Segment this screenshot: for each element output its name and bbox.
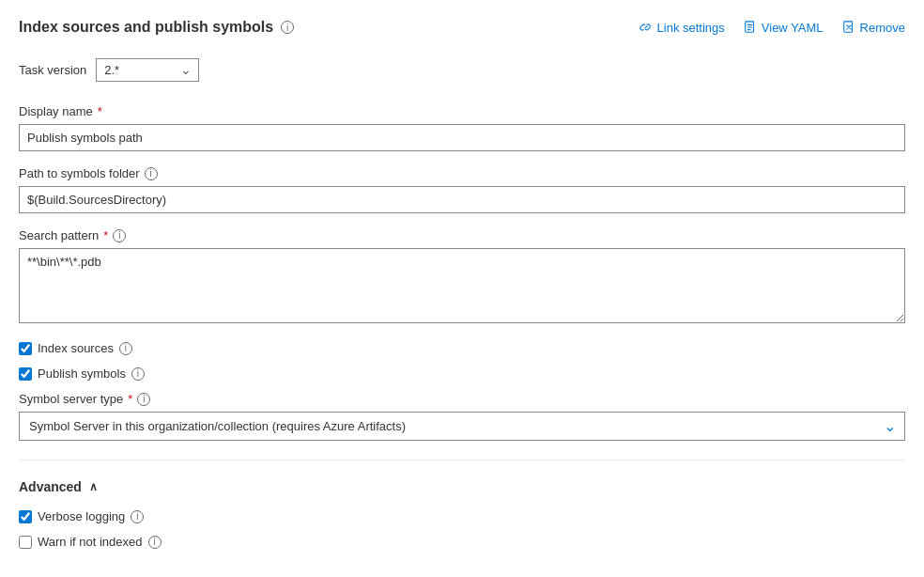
advanced-label: Advanced bbox=[19, 479, 82, 494]
search-pattern-label: Search pattern bbox=[19, 228, 99, 242]
symbol-server-type-label: Symbol server type bbox=[19, 392, 123, 406]
display-name-input[interactable] bbox=[19, 124, 905, 151]
section-divider bbox=[19, 460, 905, 460]
yaml-icon bbox=[744, 21, 757, 34]
link-settings-btn[interactable]: Link settings bbox=[639, 21, 725, 35]
advanced-chevron-icon: ∧ bbox=[89, 480, 98, 493]
verbose-logging-label: Verbose logging bbox=[38, 509, 125, 523]
warn-not-indexed-checkbox[interactable] bbox=[19, 536, 32, 549]
verbose-logging-row: Verbose logging i bbox=[19, 509, 905, 523]
link-icon bbox=[639, 21, 653, 34]
view-yaml-label: View YAML bbox=[762, 21, 824, 35]
publish-symbols-info-icon: i bbox=[131, 367, 145, 381]
search-pattern-info-icon: i bbox=[113, 229, 126, 242]
index-sources-label: Index sources bbox=[38, 341, 114, 355]
path-to-symbols-info-icon: i bbox=[145, 167, 158, 180]
search-pattern-textarea[interactable]: **\bin\**\*.pdb bbox=[19, 248, 905, 323]
index-sources-checkbox[interactable] bbox=[19, 342, 32, 355]
task-version-label: Task version bbox=[19, 63, 86, 77]
warn-not-indexed-row: Warn if not indexed i bbox=[19, 535, 905, 549]
symbol-server-type-select[interactable]: Symbol Server in this organization/colle… bbox=[19, 412, 905, 441]
symbol-server-type-info-icon: i bbox=[137, 393, 150, 406]
path-to-symbols-group: Path to symbols folder i bbox=[19, 166, 905, 213]
verbose-logging-info-icon: i bbox=[131, 510, 144, 523]
warn-not-indexed-label: Warn if not indexed bbox=[38, 535, 143, 549]
symbol-server-type-required: * bbox=[128, 392, 132, 406]
remove-icon bbox=[842, 21, 855, 34]
task-version-wrapper: 2.* 1.* bbox=[96, 58, 199, 82]
display-name-label: Display name bbox=[19, 104, 93, 118]
path-to-symbols-input[interactable] bbox=[19, 186, 905, 213]
view-yaml-btn[interactable]: View YAML bbox=[744, 21, 824, 35]
search-pattern-required: * bbox=[103, 228, 108, 242]
page-title: Index sources and publish symbols bbox=[19, 19, 273, 36]
publish-symbols-row: Publish symbols i bbox=[19, 366, 905, 381]
path-to-symbols-label: Path to symbols folder bbox=[19, 166, 140, 180]
display-name-group: Display name * bbox=[19, 104, 905, 151]
display-name-required: * bbox=[98, 104, 102, 118]
task-version-select[interactable]: 2.* 1.* bbox=[96, 58, 199, 82]
symbol-server-type-wrapper: Symbol Server in this organization/colle… bbox=[19, 412, 905, 441]
symbol-server-type-group: Symbol server type * i Symbol Server in … bbox=[19, 392, 905, 441]
index-sources-row: Index sources i bbox=[19, 341, 905, 355]
remove-btn[interactable]: Remove bbox=[842, 21, 905, 35]
remove-label: Remove bbox=[860, 21, 905, 35]
verbose-logging-checkbox[interactable] bbox=[19, 510, 32, 523]
link-settings-label: Link settings bbox=[657, 21, 725, 35]
index-sources-info-icon: i bbox=[119, 342, 132, 355]
search-pattern-group: Search pattern * i **\bin\**\*.pdb bbox=[19, 228, 905, 326]
publish-symbols-checkbox[interactable] bbox=[19, 367, 32, 381]
advanced-header[interactable]: Advanced ∧ bbox=[19, 479, 905, 494]
publish-symbols-label: Publish symbols bbox=[38, 366, 126, 381]
warn-not-indexed-info-icon: i bbox=[148, 536, 162, 549]
header-info-icon: i bbox=[281, 21, 294, 34]
